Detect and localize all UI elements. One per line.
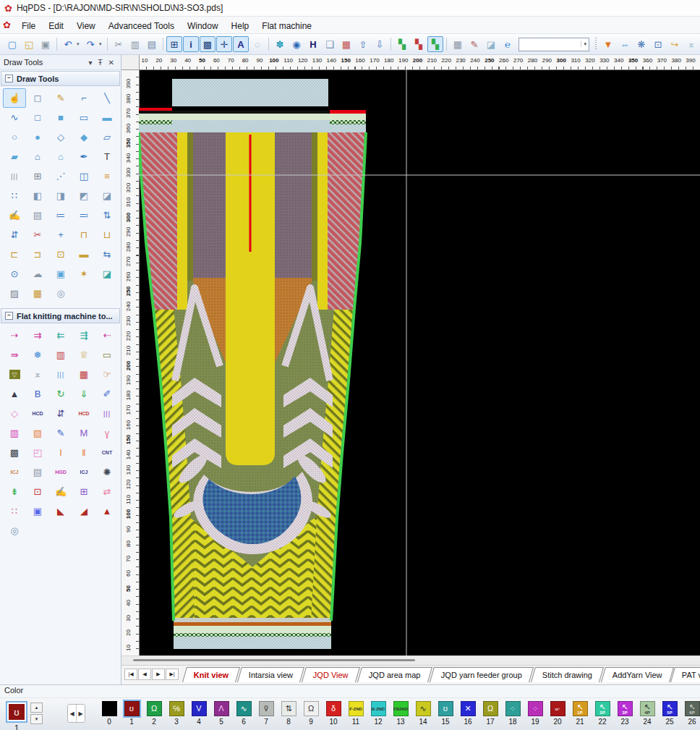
pencil-tool[interactable]: ✎	[49, 88, 72, 108]
fill-bucket-4-tool[interactable]: ◪	[95, 186, 119, 205]
text-tool[interactable]: T	[95, 147, 119, 166]
diamond-fill-tool[interactable]: ◆	[72, 127, 95, 147]
palette-next-button[interactable]: ▶	[77, 705, 85, 722]
mt-crown-tool[interactable]: ♕	[72, 345, 95, 365]
vertical-bars-tool[interactable]: |||	[3, 166, 26, 186]
tab-jqd-yarn-feeder-group[interactable]: JQD yarn feeder group	[430, 667, 534, 682]
swatch-color[interactable]: B-2ND	[371, 701, 386, 716]
swatch-color[interactable]: ʊ	[124, 701, 140, 716]
grid-tiles-tool[interactable]: ▦	[26, 284, 49, 303]
rect-tool[interactable]: □	[26, 108, 49, 127]
copy-pages-tool[interactable]: ▤	[26, 205, 49, 225]
swatch-color[interactable]: FB2ND	[393, 701, 409, 716]
current-color-swatch[interactable]: ʊ	[9, 704, 25, 720]
layer-block-1-button[interactable]: ▚	[394, 36, 410, 52]
swatch-color[interactable]: ↖6P	[685, 701, 700, 716]
color-spin-up-button[interactable]: ▲	[30, 703, 43, 713]
swatch-color[interactable]: Ω	[483, 701, 498, 716]
mt-hcd-left-tool[interactable]: HCD	[26, 404, 49, 423]
select-hand-tool[interactable]: ☝	[3, 88, 26, 108]
color-swatch-14[interactable]: ∿14	[415, 701, 431, 726]
mt-stripe-block-tool[interactable]: ▥	[49, 345, 72, 365]
swatch-color[interactable]: ʊ↑	[550, 701, 565, 716]
mt-rack-tool[interactable]: ⊞	[72, 482, 95, 501]
mt-dash-block-tool[interactable]: ∷	[3, 501, 26, 521]
gears-button[interactable]: ❋	[633, 36, 649, 52]
polygon-tool[interactable]: ⌂	[26, 147, 49, 166]
color-swatch-0[interactable]: 0	[101, 701, 117, 726]
panel-menu-icon[interactable]: ▾	[85, 59, 95, 67]
swatch-color[interactable]: ⁘	[528, 701, 543, 716]
swatch-color[interactable]: ∿	[236, 701, 252, 716]
align-left-tool[interactable]: ≔	[49, 205, 72, 225]
menu-help[interactable]: Help	[225, 19, 256, 33]
funnel-run-button[interactable]: ▼	[600, 36, 616, 52]
oval-slant-fill-tool[interactable]: ▰	[3, 147, 26, 166]
swatch-color[interactable]: Λ	[214, 701, 229, 716]
oval-slant-tool[interactable]: ▱	[95, 127, 119, 147]
mt-cnt-up-tool[interactable]: CNT	[95, 443, 119, 462]
color-swatch-22[interactable]: ↖2P22	[594, 701, 610, 726]
tab-jqd-area-map[interactable]: JQD area map	[357, 667, 432, 682]
color-swatch-1[interactable]: ʊ1	[124, 701, 140, 726]
layer-block-3-button[interactable]: ▚	[427, 36, 443, 52]
mt-down-x-tool[interactable]: ⇟	[3, 482, 26, 501]
send-up-button[interactable]: ⇧	[355, 36, 371, 52]
menu-file[interactable]: File	[15, 19, 42, 33]
ellipse-tool[interactable]: ○	[3, 127, 26, 147]
curve-tool[interactable]: ∿	[3, 108, 26, 127]
cloud-tool-tool[interactable]: ☁	[26, 264, 49, 284]
polyline-tool[interactable]: ⌐	[72, 88, 95, 108]
mt-diamond-tool[interactable]: ◇	[3, 404, 26, 423]
color-swatch-20[interactable]: ʊ↑20	[550, 701, 565, 726]
mt-mountain-tool[interactable]: ▲	[95, 501, 119, 521]
icon-mode-toggle-button[interactable]: ▩	[200, 36, 215, 52]
color-swatch-23[interactable]: ↖3P23	[617, 701, 633, 726]
mt-frames-tool[interactable]: ◰	[26, 443, 49, 462]
color-swatch-5[interactable]: Λ5	[213, 701, 229, 726]
mt-screwdriver-tool[interactable]: ✐	[95, 384, 119, 404]
swatch-color[interactable]: ↖5P	[662, 701, 678, 716]
mt-needle-bars-tool[interactable]: |||	[49, 365, 72, 384]
swatch-color[interactable]: Ω	[147, 701, 162, 716]
info-toggle-button[interactable]: i	[183, 36, 199, 52]
tab-knit-view[interactable]: Knit view	[182, 667, 240, 682]
color-swatch-4[interactable]: V4	[191, 701, 207, 726]
frame-right-tool[interactable]: ⊐	[26, 245, 49, 264]
image-palette-button[interactable]: ▦	[338, 36, 354, 52]
mt-transfer-2-tool[interactable]: ⇉	[26, 326, 49, 345]
fill-bucket-1-tool[interactable]: ◧	[26, 186, 49, 205]
menu-flat-machine[interactable]: Flat machine	[255, 19, 318, 33]
lasso-select-button[interactable]: ◌	[249, 36, 265, 52]
layers-button[interactable]: ❑	[322, 36, 338, 52]
pattern-canvas-area[interactable]: 1020304050607080901001101201301401501601…	[121, 55, 700, 655]
menu-window[interactable]: Window	[181, 19, 225, 33]
mt-button-tool[interactable]: ▭	[95, 345, 119, 365]
polygon-fill-tool[interactable]: ⌂	[49, 147, 72, 166]
mt-transfer-4-tool[interactable]: ⇶	[72, 326, 95, 345]
mt-m-arrows-tool[interactable]: M	[72, 423, 95, 443]
swatch-color[interactable]: ℅	[169, 701, 184, 716]
swap-refresh-tool[interactable]: ⇆	[95, 245, 119, 264]
swatch-color[interactable]	[102, 701, 117, 716]
mt-bars-purple-tool[interactable]: |||	[95, 404, 119, 423]
brush-pen-tool[interactable]: ✍	[3, 205, 26, 225]
swatch-color[interactable]: ↖4P	[640, 701, 655, 716]
knit-pattern-drawing[interactable]	[139, 69, 700, 657]
color-swatch-17[interactable]: Ω17	[482, 701, 498, 726]
mt-icj-up-tool[interactable]: ICJ	[72, 462, 95, 482]
copy-button[interactable]: ▥	[127, 36, 143, 52]
redo-dropdown-icon[interactable]: ▾	[99, 41, 104, 47]
find-button[interactable]: H	[305, 36, 321, 52]
mt-pointer-box-tool[interactable]: ☞	[95, 365, 119, 384]
cut-button[interactable]: ✂	[111, 36, 127, 52]
mt-transfer-5-tool[interactable]: ⇠	[95, 326, 119, 345]
roundrect-fill-tool[interactable]: ▬	[95, 108, 119, 127]
swatch-color[interactable]: ⇅	[281, 701, 296, 716]
tab-nav-prev-button[interactable]: ◀	[138, 669, 151, 680]
export-run-button[interactable]: ↪	[667, 36, 683, 52]
color-swatch-25[interactable]: ↖5P25	[662, 701, 678, 726]
swatch-color[interactable]: ↖3P	[618, 701, 633, 716]
pen-a-toggle-button[interactable]: A	[233, 36, 249, 52]
color-swatch-3[interactable]: ℅3	[168, 701, 184, 726]
